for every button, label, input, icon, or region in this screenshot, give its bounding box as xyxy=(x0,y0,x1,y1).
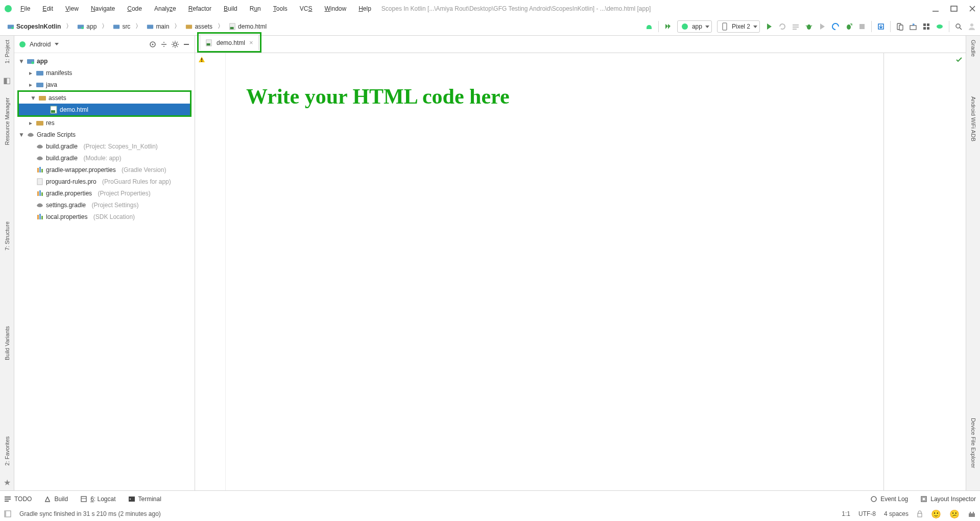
project-view-dropdown[interactable]: Android xyxy=(18,40,59,48)
make-project-icon[interactable] xyxy=(664,22,672,31)
toolwin-logcat[interactable]: 6: Logcat xyxy=(80,495,115,503)
menu-edit[interactable]: Edit xyxy=(38,3,57,14)
toolwin-structure[interactable]: 7: Structure xyxy=(4,219,10,253)
run-config-dropdown[interactable]: app xyxy=(677,20,712,33)
sync-gradle-icon[interactable] xyxy=(936,22,944,31)
toolwin-layout-inspector[interactable]: Layout Inspector xyxy=(920,495,976,503)
face-happy-icon[interactable]: 🙂 xyxy=(931,509,941,519)
project-tree[interactable]: ▼app ▸manifests ▸java ▼assets demo.html … xyxy=(14,53,195,490)
menu-navigate[interactable]: Navigate xyxy=(87,3,119,14)
settings-gear-icon[interactable] xyxy=(171,40,179,48)
editor-tab-demo-html[interactable]: demo.html × xyxy=(200,35,259,50)
window-maximize-button[interactable] xyxy=(950,5,958,12)
tree-node-gradle-wrapper[interactable]: gradle-wrapper.properties (Gradle Versio… xyxy=(14,164,195,176)
toolwin-todo[interactable]: TODO xyxy=(4,495,32,503)
tree-node-gradle-properties[interactable]: gradle.properties (Project Properties) xyxy=(14,187,195,199)
memory-indicator-icon[interactable] xyxy=(968,510,976,517)
menu-file[interactable]: File xyxy=(16,3,34,14)
device-dropdown[interactable]: Pixel 2 xyxy=(717,20,760,33)
svg-rect-48 xyxy=(39,96,46,101)
favorite-star-icon[interactable]: ★ xyxy=(4,478,11,487)
tree-node-local-properties[interactable]: local.properties (SDK Location) xyxy=(14,211,195,222)
attach-debugger-icon[interactable] xyxy=(845,22,853,31)
hide-pane-icon[interactable] xyxy=(182,40,190,48)
tree-node-settings-gradle[interactable]: settings.gradle (Project Settings) xyxy=(14,199,195,211)
apply-code-icon[interactable] xyxy=(792,22,800,31)
crumb-main[interactable]: main xyxy=(144,22,172,31)
svg-rect-52 xyxy=(37,168,39,172)
menu-refactor[interactable]: Refactor xyxy=(184,3,216,14)
svg-rect-81 xyxy=(973,512,974,514)
svg-rect-57 xyxy=(39,190,41,196)
tree-node-demo-html[interactable]: demo.html xyxy=(19,104,190,115)
tree-node-proguard[interactable]: proguard-rules.pro (ProGuard Rules for a… xyxy=(14,176,195,187)
lock-icon[interactable] xyxy=(917,510,923,517)
menu-code[interactable]: Code xyxy=(123,3,146,14)
profile-icon[interactable] xyxy=(831,22,840,31)
status-caret-pos[interactable]: 1:1 xyxy=(842,510,850,517)
preview-document[interactable]: Write your HTML code here xyxy=(226,53,884,490)
sdk-manager-icon[interactable] xyxy=(909,22,917,31)
tree-node-assets[interactable]: ▼assets xyxy=(19,92,190,104)
menu-run[interactable]: Run xyxy=(246,3,265,14)
apply-changes-icon[interactable] xyxy=(778,22,786,31)
menu-window[interactable]: Window xyxy=(320,3,350,14)
toolwin-build[interactable]: Build xyxy=(44,495,68,503)
toolwin-gradle[interactable]: Gradle xyxy=(970,38,976,59)
coverage-icon[interactable] xyxy=(818,22,826,31)
face-sad-icon[interactable]: 😕 xyxy=(949,509,960,519)
avd-manager-icon[interactable] xyxy=(896,22,904,31)
user-icon[interactable] xyxy=(968,22,976,31)
crumb-assets[interactable]: assets xyxy=(182,22,216,31)
svg-rect-66 xyxy=(5,497,11,498)
resource-manager-icon[interactable] xyxy=(922,22,930,31)
toolwin-terminal[interactable]: Terminal xyxy=(128,495,161,503)
toolwin-project-icon[interactable]: ◧ xyxy=(3,76,11,85)
inspection-ok-icon[interactable] xyxy=(955,56,963,63)
toolwin-favorites[interactable]: 2: Favorites xyxy=(4,434,10,467)
toolwin-wifi-adb[interactable]: Android WiFi ADB xyxy=(970,94,976,143)
menu-build[interactable]: Build xyxy=(220,3,242,14)
toolwin-event-log[interactable]: Event Log xyxy=(870,495,908,503)
git-pull-icon[interactable] xyxy=(877,22,885,31)
menu-view[interactable]: View xyxy=(61,3,83,14)
menu-help[interactable]: Help xyxy=(354,3,375,14)
tree-node-app[interactable]: ▼app xyxy=(14,55,195,67)
crumb-app[interactable]: app xyxy=(74,22,100,31)
tree-node-gradle-scripts[interactable]: ▼Gradle Scripts xyxy=(14,129,195,140)
status-indent[interactable]: 4 spaces xyxy=(884,510,909,517)
stop-icon[interactable] xyxy=(858,22,866,31)
tree-node-build-gradle-module[interactable]: build.gradle (Module: app) xyxy=(14,152,195,164)
tree-node-manifests[interactable]: ▸manifests xyxy=(14,67,195,79)
tree-node-res[interactable]: ▸res xyxy=(14,117,195,129)
svg-rect-70 xyxy=(81,497,86,502)
status-encoding[interactable]: UTF-8 xyxy=(858,510,876,517)
window-minimize-button[interactable] xyxy=(932,5,939,12)
debug-icon[interactable] xyxy=(805,22,813,31)
svg-rect-26 xyxy=(899,25,903,30)
window-close-button[interactable] xyxy=(969,5,976,12)
android-avd-icon[interactable] xyxy=(645,22,653,31)
editor-tabs: demo.html × xyxy=(195,36,966,53)
editor-gutter[interactable] xyxy=(195,53,226,490)
expand-all-icon[interactable] xyxy=(160,40,168,48)
menu-analyze[interactable]: Analyze xyxy=(150,3,180,14)
toolwin-build-variants[interactable]: Build Variants xyxy=(4,324,10,362)
statusbar-toggle-icon[interactable] xyxy=(4,510,11,517)
menu-tools[interactable]: Tools xyxy=(269,3,292,14)
crumb-file[interactable]: demo.html xyxy=(226,22,270,31)
crumb-project[interactable]: ScopesInKotlin xyxy=(4,22,64,31)
select-opened-file-icon[interactable] xyxy=(149,40,157,48)
toolwin-device-explorer[interactable]: Device File Explorer xyxy=(970,416,976,470)
toolwin-resource-manager[interactable]: Resource Manager xyxy=(4,95,10,147)
close-tab-icon[interactable]: × xyxy=(249,39,253,46)
tree-node-java[interactable]: ▸java xyxy=(14,79,195,90)
run-icon[interactable] xyxy=(765,22,773,31)
search-icon[interactable] xyxy=(954,22,963,31)
toolwin-project[interactable]: 1: Project xyxy=(4,38,10,65)
svg-rect-11 xyxy=(186,24,192,29)
crumb-src[interactable]: src xyxy=(110,22,133,31)
tree-node-build-gradle-project[interactable]: build.gradle (Project: Scopes_In_Kotlin) xyxy=(14,140,195,152)
svg-rect-18 xyxy=(793,27,799,28)
menu-vcs[interactable]: VCS xyxy=(296,3,317,14)
